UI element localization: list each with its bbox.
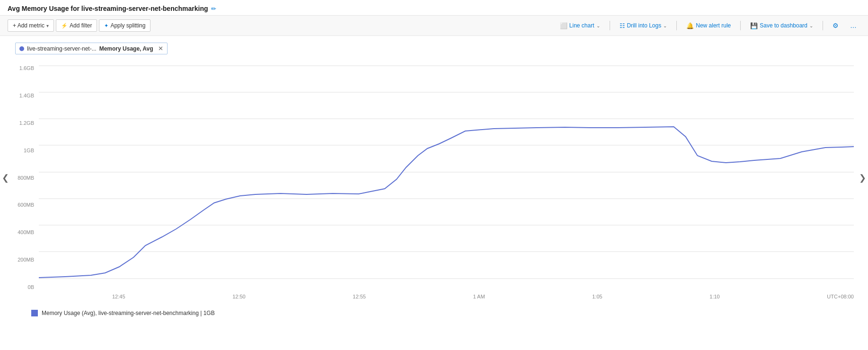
x-label-1am: 1 AM <box>473 294 485 304</box>
svg-chart-container: 12:45 12:50 12:55 1 AM 1:05 1:10 UTC+08:… <box>39 61 854 304</box>
toolbar: + Add metric ▾ ⚡ Add filter ✦ Apply spli… <box>0 16 868 36</box>
metric-tag: live-streaming-server-net-... Memory Usa… <box>15 43 168 54</box>
toolbar-divider-4 <box>823 21 823 30</box>
line-chart-label: Line chart <box>569 22 594 29</box>
y-label-14gb: 1.4GB <box>14 93 38 98</box>
chart-section: ❮ ❯ 0B 200MB 400MB 600MB 800MB 1GB 1.2GB… <box>0 59 868 306</box>
apply-splitting-label: Apply splitting <box>110 22 145 29</box>
legend-area: Memory Usage (Avg), live-streaming-serve… <box>0 306 868 322</box>
y-label-400: 400MB <box>14 230 38 235</box>
drill-into-logs-button[interactable]: ☷ Drill into Logs ⌄ <box>616 20 671 32</box>
toolbar-right: ⬜ Line chart ⌄ ☷ Drill into Logs ⌄ 🔔 New… <box>556 19 860 32</box>
metric-tag-close[interactable]: ✕ <box>158 45 163 52</box>
filter-icon: ⚡ <box>61 23 68 29</box>
toolbar-left: + Add metric ▾ ⚡ Add filter ✦ Apply spli… <box>8 19 554 32</box>
add-metric-button[interactable]: + Add metric ▾ <box>8 19 54 32</box>
drill-logs-icon: ☷ <box>620 22 625 29</box>
y-label-800: 800MB <box>14 175 38 181</box>
line-chart-icon: ⬜ <box>560 22 567 29</box>
x-label-110: 1:10 <box>709 294 719 304</box>
line-chart-chevron: ⌄ <box>596 23 600 28</box>
chart-line <box>39 127 854 278</box>
chart-svg <box>39 61 854 293</box>
save-chevron: ⌄ <box>809 23 813 28</box>
y-label-600: 600MB <box>14 202 38 208</box>
header-bar: Avg Memory Usage for live-streaming-serv… <box>0 0 868 16</box>
x-label-utc: UTC+08:00 <box>827 294 854 304</box>
legend-label: Memory Usage (Avg), live-streaming-serve… <box>42 310 215 316</box>
y-label-1gb: 1GB <box>14 148 38 153</box>
y-label-200: 200MB <box>14 257 38 262</box>
x-label-105: 1:05 <box>592 294 602 304</box>
chart-wrapper: 0B 200MB 400MB 600MB 800MB 1GB 1.2GB 1.4… <box>14 61 854 304</box>
more-button[interactable]: … <box>846 19 860 32</box>
add-metric-label: + Add metric <box>13 22 44 29</box>
title-area: Avg Memory Usage for live-streaming-serv… <box>8 5 860 12</box>
toolbar-divider-2 <box>676 21 677 30</box>
split-icon: ✦ <box>104 23 108 29</box>
new-alert-rule-button[interactable]: 🔔 New alert rule <box>682 20 735 32</box>
apply-splitting-button[interactable]: ✦ Apply splitting <box>99 19 151 32</box>
x-axis: 12:45 12:50 12:55 1 AM 1:05 1:10 UTC+08:… <box>39 293 854 304</box>
toolbar-divider-3 <box>740 21 741 30</box>
drill-logs-chevron: ⌄ <box>663 23 667 28</box>
x-label-1250: 12:50 <box>232 294 246 304</box>
y-axis: 0B 200MB 400MB 600MB 800MB 1GB 1.2GB 1.4… <box>14 66 38 290</box>
more-icon: … <box>850 22 857 29</box>
save-icon: 💾 <box>750 22 758 29</box>
y-label-12gb: 1.2GB <box>14 121 38 126</box>
alert-icon: 🔔 <box>686 22 694 29</box>
metric-name: Memory Usage, Avg <box>99 45 153 52</box>
save-to-dashboard-button[interactable]: 💾 Save to dashboard ⌄ <box>746 20 817 32</box>
add-filter-button[interactable]: ⚡ Add filter <box>56 19 97 32</box>
add-metric-chevron: ▾ <box>46 23 49 28</box>
metric-resource: live-streaming-server-net-... <box>27 45 97 52</box>
drill-logs-label: Drill into Logs <box>627 22 662 29</box>
y-label-16gb: 1.6GB <box>14 66 38 71</box>
x-label-1245: 12:45 <box>112 294 125 304</box>
page-title: Avg Memory Usage for live-streaming-serv… <box>8 5 208 12</box>
toolbar-divider-1 <box>610 21 610 30</box>
metric-dot <box>19 46 24 51</box>
new-alert-rule-label: New alert rule <box>696 22 731 29</box>
chart-nav-left[interactable]: ❮ <box>2 173 9 183</box>
x-label-1255: 12:55 <box>353 294 366 304</box>
edit-icon[interactable]: ✏ <box>211 5 216 12</box>
line-chart-button[interactable]: ⬜ Line chart ⌄ <box>556 20 604 32</box>
settings-icon: ⚙ <box>833 22 839 29</box>
settings-button[interactable]: ⚙ <box>829 19 842 32</box>
y-label-0: 0B <box>14 285 38 290</box>
chart-nav-right[interactable]: ❯ <box>859 173 866 183</box>
legend-color-box <box>31 310 38 316</box>
add-filter-label: Add filter <box>70 22 92 29</box>
metric-tag-container: live-streaming-server-net-... Memory Usa… <box>0 36 868 59</box>
save-to-dashboard-label: Save to dashboard <box>760 22 807 29</box>
